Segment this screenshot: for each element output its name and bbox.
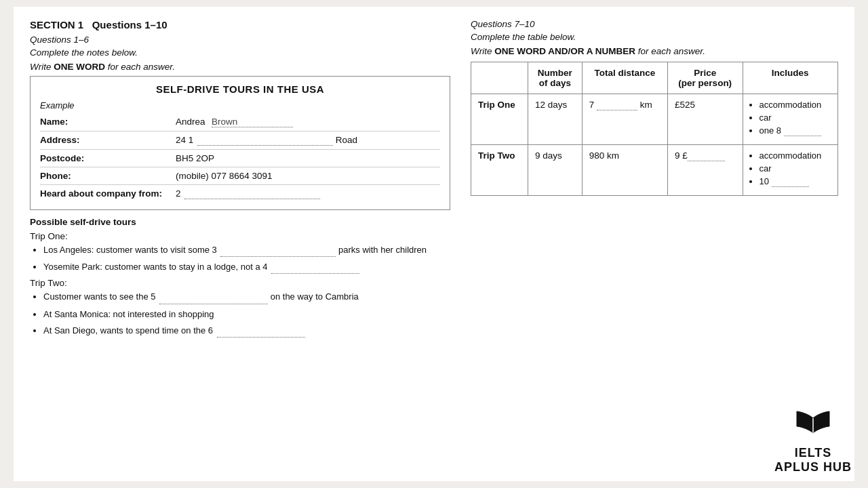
top-section: SECTION 1 Questions 1–10 Questions 1–6 C…	[30, 19, 838, 342]
trip-one-include-2: car	[760, 113, 831, 123]
section-title: SECTION 1 Questions 1–10	[30, 19, 450, 30]
table-header-row: Numberof days Total distance Price(per p…	[471, 62, 838, 94]
trip-two-include-2: car	[760, 163, 831, 174]
col-header-includes: Includes	[743, 62, 838, 94]
trip-one-bullet-1: Los Angeles: customer wants to visit som…	[43, 244, 450, 257]
col-header-distance: Total distance	[582, 62, 667, 94]
table-row-trip-two: Trip Two 9 days 980 km 9 £ accommodation…	[471, 145, 838, 196]
trip-one-name: Trip One	[471, 94, 528, 145]
example-label: Example	[40, 100, 440, 110]
ielts-logo: IELTS APLUS HUB	[774, 407, 852, 474]
trip-one-bullet-2: Yosemite Park: customer wants to stay in…	[43, 261, 450, 274]
blank-10	[772, 176, 809, 187]
field-row-phone: Phone: (mobile) 077 8664 3091	[40, 167, 440, 185]
blank-4	[271, 261, 359, 274]
field-row-heard: Heard about company from: 2	[40, 185, 440, 203]
book-icon	[774, 407, 852, 445]
address-blank	[197, 135, 333, 146]
trip-two-bullet-3: At San Diego, wants to spend time on the…	[43, 325, 450, 338]
section-subtitle: Questions 1–10	[92, 19, 167, 30]
left-questions-label: Questions 1–6	[30, 35, 450, 45]
tour-table: Numberof days Total distance Price(per p…	[471, 62, 838, 196]
heard-value: 2	[176, 188, 440, 199]
right-bold-instruction: ONE WORD AND/OR A NUMBER	[494, 46, 635, 56]
blank-6	[217, 325, 305, 338]
left-bold-instruction: ONE WORD	[54, 62, 105, 72]
blank-3	[220, 244, 336, 257]
trip-one-bullets: Los Angeles: customer wants to visit som…	[43, 244, 450, 274]
name-label: Name:	[40, 117, 176, 127]
trip-one-include-3: one 8	[760, 125, 831, 136]
trip-two-name: Trip Two	[471, 145, 528, 196]
table-row-trip-one: Trip One 12 days 7 km £525 accommodation…	[471, 94, 838, 145]
trip-two-bullet-2: At Santa Monica: not interested in shopp…	[43, 308, 450, 321]
heard-label: Heard about company from:	[40, 188, 176, 199]
trip-one-includes: accommodation car one 8	[743, 94, 838, 145]
address-label: Address:	[40, 135, 176, 145]
blank-9	[688, 150, 725, 161]
field-row-postcode: Postcode: BH5 2OP	[40, 150, 440, 167]
trip-one-includes-list: accommodation car one 8	[760, 100, 831, 136]
trip-one-distance: 7 km	[582, 94, 667, 145]
left-instruction1: Complete the notes below.	[30, 47, 450, 58]
section-number: SECTION 1	[30, 19, 83, 30]
name-answer: Brown	[212, 117, 293, 127]
blank-7	[597, 100, 637, 110]
trip-two-include-1: accommodation	[760, 150, 831, 161]
trip-two-includes: accommodation car 10	[743, 145, 838, 196]
phone-label: Phone:	[40, 171, 176, 181]
left-instruction2: Write ONE WORD for each answer.	[30, 62, 450, 72]
blank-8	[784, 125, 821, 136]
col-header-price: Price(per person)	[667, 62, 743, 94]
trip-two-bullet-1: Customer wants to see the 5 on the way t…	[43, 291, 450, 304]
trip-one-label: Trip One:	[30, 231, 450, 241]
right-column: Questions 7–10 Complete the table below.…	[471, 19, 838, 342]
blank-5	[159, 291, 268, 304]
trip-two-price: 9 £	[667, 145, 743, 196]
trip-two-days: 9 days	[528, 145, 582, 196]
heard-blank	[184, 188, 320, 199]
trip-two-bullets: Customer wants to see the 5 on the way t…	[43, 291, 450, 338]
page: SECTION 1 Questions 1–10 Questions 1–6 C…	[14, 7, 854, 481]
notes-title: SELF-DRIVE TOURS IN THE USA	[40, 83, 440, 95]
right-questions-label: Questions 7–10	[471, 19, 838, 29]
ielts-text: IELTS	[774, 446, 852, 460]
trip-two-include-3: 10	[760, 176, 831, 187]
name-value: Andrea Brown	[176, 117, 440, 127]
trip-two-includes-list: accommodation car 10	[760, 150, 831, 187]
right-instruction2: Write ONE WORD AND/OR A NUMBER for each …	[471, 46, 838, 56]
tours-section: Possible self-drive tours Trip One: Los …	[30, 217, 450, 338]
address-value: 24 1 Road	[176, 135, 440, 146]
postcode-value: BH5 2OP	[176, 153, 440, 163]
field-row-address: Address: 24 1 Road	[40, 131, 440, 150]
aplus-text: APLUS HUB	[774, 460, 852, 474]
trip-two-label: Trip Two:	[30, 278, 450, 288]
notes-box: SELF-DRIVE TOURS IN THE USA Example Name…	[30, 76, 450, 210]
col-header-days: Numberof days	[528, 62, 582, 94]
left-column: SECTION 1 Questions 1–10 Questions 1–6 C…	[30, 19, 450, 342]
tours-title: Possible self-drive tours	[30, 217, 450, 227]
trip-one-include-1: accommodation	[760, 100, 831, 110]
col-header-empty	[471, 62, 528, 94]
trip-one-days: 12 days	[528, 94, 582, 145]
phone-value: (mobile) 077 8664 3091	[176, 171, 440, 181]
field-row-name: Name: Andrea Brown	[40, 113, 440, 131]
trip-one-price: £525	[667, 94, 743, 145]
trip-two-distance: 980 km	[582, 145, 667, 196]
right-instruction1: Complete the table below.	[471, 32, 838, 42]
postcode-label: Postcode:	[40, 153, 176, 163]
